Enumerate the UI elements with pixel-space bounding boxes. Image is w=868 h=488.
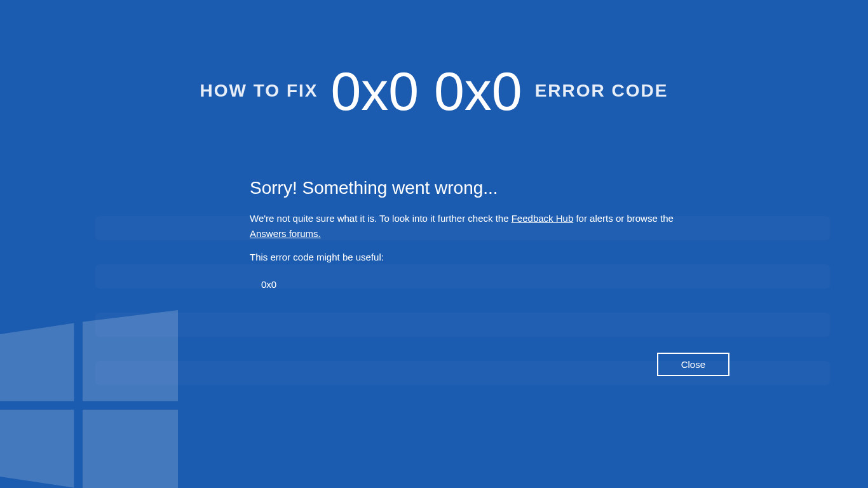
close-button[interactable]: Close <box>657 353 729 376</box>
dialog-text-prefix: We're not quite sure what it is. To look… <box>250 213 512 224</box>
title-left: HOW TO FIX <box>200 81 318 101</box>
svg-marker-3 <box>83 410 178 488</box>
answers-forums-link[interactable]: Answers forums. <box>250 228 321 239</box>
dialog-hint: This error code might be useful: <box>250 252 682 262</box>
title-right: ERROR CODE <box>535 81 668 101</box>
page-title: HOW TO FIX 0x0 0x0 ERROR CODE <box>0 64 868 118</box>
dialog-message: We're not quite sure what it is. To look… <box>250 211 682 241</box>
title-center: 0x0 0x0 <box>330 64 522 118</box>
windows-logo-icon <box>0 310 178 488</box>
dialog-title: Sorry! Something went wrong... <box>250 178 682 198</box>
error-dialog: Sorry! Something went wrong... We're not… <box>250 178 682 290</box>
error-code-value: 0x0 <box>250 279 682 290</box>
svg-marker-0 <box>0 323 74 401</box>
svg-marker-1 <box>83 310 178 401</box>
svg-marker-2 <box>0 410 74 488</box>
dialog-text-mid: for alerts or browse the <box>573 213 674 224</box>
dialog-actions: Close <box>657 353 729 376</box>
feedback-hub-link[interactable]: Feedback Hub <box>512 213 574 224</box>
